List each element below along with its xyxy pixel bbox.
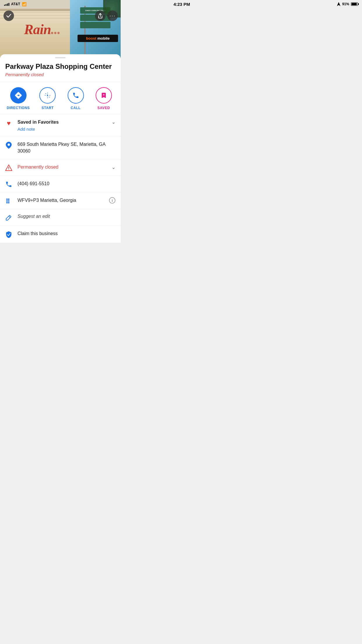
signal-icon <box>4 2 9 6</box>
closed-chevron-icon: ⌄ <box>112 164 115 170</box>
directions-circle <box>10 87 27 104</box>
address-pin-icon <box>5 142 12 149</box>
suggest-edit-row[interactable]: Suggest an edit <box>0 209 121 226</box>
call-button[interactable]: CALL <box>66 87 86 110</box>
saved-favorites-row[interactable]: ♥ Saved in Favorites ⌄ Add note <box>0 114 121 136</box>
svg-point-6 <box>8 198 10 200</box>
heart-icon: ♥ <box>5 120 12 127</box>
status-left: AT&T 📶 <box>4 2 27 6</box>
saved-favorites-content: Saved in Favorites ⌄ Add note <box>17 119 115 132</box>
svg-point-10 <box>8 202 10 203</box>
store-photo-left: Rain... <box>0 0 70 58</box>
suggest-edit-text: Suggest an edit <box>17 214 50 219</box>
call-circle <box>68 87 84 104</box>
phone-text: (404) 691-5510 <box>17 181 49 186</box>
svg-line-13 <box>9 216 10 218</box>
saved-icon <box>100 92 107 99</box>
claim-business-content: Claim this business <box>17 230 115 237</box>
warning-icon <box>5 164 12 171</box>
plus-code-content: WFV9+P3 Marietta, Georgia <box>17 197 102 204</box>
svg-text:i: i <box>112 198 113 203</box>
address-text: 669 South Marietta Pkwy SE, Marietta, GA… <box>17 142 105 153</box>
directions-button[interactable]: DIRECTIONS <box>7 87 30 110</box>
plus-code-icon <box>5 198 12 204</box>
saved-label: SAVED <box>97 106 110 110</box>
svg-point-9 <box>6 202 8 203</box>
header-images: Rain... CHICK CASH PAY BILLS boost mobil… <box>0 0 121 58</box>
store-photo-right: CHICK CASH PAY BILLS boost mobile <box>70 0 121 58</box>
shield-check-icon <box>5 231 12 238</box>
call-label: CALL <box>71 106 81 110</box>
store-sign: Rain... <box>24 21 61 37</box>
wifi-icon: 📶 <box>22 2 27 6</box>
plus-code-text: WFV9+P3 Marietta, Georgia <box>17 198 76 203</box>
start-label: START <box>42 106 54 110</box>
address-row[interactable]: 669 South Marietta Pkwy SE, Marietta, GA… <box>0 136 121 159</box>
more-button[interactable]: ··· <box>107 10 118 21</box>
carrier-label: AT&T <box>11 2 20 6</box>
svg-point-7 <box>6 200 8 202</box>
phone-content: (404) 691-5510 <box>17 181 115 187</box>
add-note-link[interactable]: Add note <box>17 127 115 132</box>
claim-business-row[interactable]: Claim this business <box>0 226 121 243</box>
svg-point-5 <box>6 198 8 200</box>
saved-circle <box>96 87 112 104</box>
business-title-section: Parkway Plaza Shopping Center Permanentl… <box>0 62 121 79</box>
suggest-edit-content: Suggest an edit <box>17 214 115 219</box>
phone-icon <box>5 181 12 188</box>
start-circle <box>39 87 56 104</box>
start-button[interactable]: START <box>37 87 58 110</box>
permanently-closed-text: Permanently closed <box>17 164 59 170</box>
business-status-title: Permanently closed <box>5 72 115 77</box>
svg-point-8 <box>8 200 10 202</box>
edit-icon <box>5 214 12 221</box>
saved-chevron-icon: ⌄ <box>112 119 115 125</box>
plus-code-row[interactable]: WFV9+P3 Marietta, Georgia i <box>0 192 121 209</box>
saved-button[interactable]: SAVED <box>94 87 114 110</box>
start-icon <box>44 92 51 99</box>
phone-row[interactable]: (404) 691-5510 <box>0 176 121 192</box>
business-name: Parkway Plaza Shopping Center <box>5 62 115 71</box>
back-button[interactable] <box>3 10 14 21</box>
svg-point-4 <box>8 169 9 170</box>
directions-icon <box>15 92 22 99</box>
plus-code-info-button[interactable]: i <box>107 197 115 204</box>
action-buttons-row: DIRECTIONS START CALL <box>0 82 121 114</box>
svg-point-1 <box>47 95 48 96</box>
closed-content: Permanently closed ⌄ <box>17 164 115 170</box>
address-content: 669 South Marietta Pkwy SE, Marietta, GA… <box>17 141 115 154</box>
claim-business-text: Claim this business <box>17 231 58 236</box>
directions-label: DIRECTIONS <box>7 106 30 110</box>
sheet-handle <box>55 57 66 58</box>
share-button[interactable] <box>95 10 106 21</box>
permanently-closed-row[interactable]: Permanently closed ⌄ <box>0 159 121 176</box>
status-bar: AT&T 📶 4:23 PM 91% <box>0 0 121 8</box>
saved-favorites-text: Saved in Favorites <box>17 119 59 125</box>
call-icon <box>72 92 79 99</box>
bottom-sheet: Parkway Plaza Shopping Center Permanentl… <box>0 54 121 243</box>
svg-point-2 <box>8 144 10 146</box>
